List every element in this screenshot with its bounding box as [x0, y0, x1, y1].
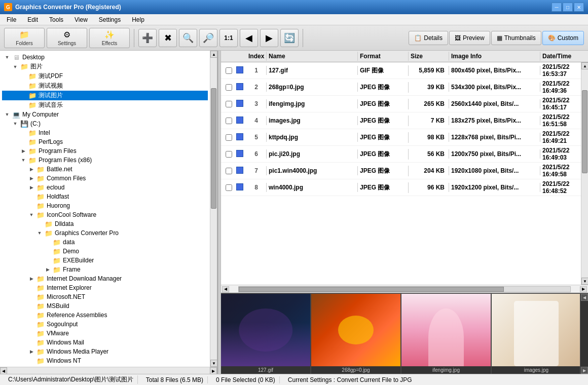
tree-expander[interactable]: ▼ — [11, 63, 19, 71]
tree-item[interactable]: ▶📁Battle.net — [2, 165, 208, 174]
tree-expander[interactable]: ▼ — [35, 229, 44, 237]
thumb-scroll-left[interactable]: ◀ — [581, 294, 588, 301]
tab-details[interactable]: 📋 Details — [409, 31, 448, 45]
table-row[interactable]: 1 127.gif GIF 图像 5,859 KB 800x450 pixel,… — [221, 62, 581, 79]
tree-item[interactable]: ▶📁Windows Media Player — [2, 347, 208, 356]
file-list[interactable]: 1 127.gif GIF 图像 5,859 KB 800x450 pixel,… — [221, 62, 581, 285]
tree-item[interactable]: 📁Dlldata — [2, 219, 208, 228]
table-row[interactable]: 3 ifengimg.jpg JPEG 图像 265 KB 2560x1440 … — [221, 96, 581, 112]
zoom-out-button[interactable]: 🔎 — [199, 29, 217, 47]
thumbnail-scrollbar[interactable]: ◀ ▶ — [580, 294, 588, 374]
row-checkbox-cell[interactable] — [221, 168, 236, 174]
tree-item[interactable]: ▶📁Common Files — [2, 174, 208, 183]
add-button[interactable]: ➕ — [138, 29, 157, 47]
refresh-button[interactable]: 🔄 — [280, 29, 299, 47]
row-checkbox-cell[interactable] — [221, 151, 236, 158]
tree-expander[interactable]: ▼ — [27, 211, 35, 219]
menu-tools[interactable]: Tools — [45, 15, 68, 25]
tree-expander[interactable]: ▼ — [3, 110, 11, 119]
tree-item[interactable]: ▼🖥Desktop — [2, 53, 208, 62]
row-checkbox[interactable] — [226, 184, 232, 191]
tree-item[interactable]: 📁Windows NT — [2, 356, 208, 365]
tree-item[interactable]: ▶📁ecloud — [2, 183, 208, 192]
tree-item[interactable]: ▼📁IconCool Software — [2, 210, 208, 219]
file-scroll-track[interactable] — [581, 69, 588, 278]
row-checkbox[interactable] — [226, 67, 232, 74]
tree-expander[interactable]: ▼ — [19, 156, 27, 164]
row-checkbox[interactable] — [226, 84, 232, 91]
row-checkbox-cell[interactable] — [221, 101, 236, 107]
tree-hscroll-track[interactable] — [7, 367, 210, 374]
tree-expander[interactable]: ▶ — [27, 348, 35, 356]
minimize-button[interactable]: ─ — [552, 3, 562, 12]
tree-expander[interactable]: ▶ — [27, 165, 35, 173]
row-checkbox-cell[interactable] — [221, 84, 236, 91]
zoom-in-button[interactable]: 🔍 — [179, 29, 197, 47]
row-checkbox-cell[interactable] — [221, 134, 236, 141]
tree-item[interactable]: 📁PerfLogs — [2, 137, 208, 146]
tree-scrollbar-horizontal[interactable]: ◀ ▶ — [0, 367, 217, 374]
row-checkbox-cell[interactable] — [221, 118, 236, 124]
menu-help[interactable]: Help — [127, 15, 149, 25]
table-row[interactable]: 2 268gp=0.jpg JPEG 图像 39 KB 534x300 pixe… — [221, 79, 581, 96]
row-checkbox[interactable] — [226, 151, 232, 158]
file-scroll-up[interactable]: ▲ — [581, 62, 588, 69]
tree-item[interactable]: 📁MSBuild — [2, 301, 208, 311]
row-checkbox[interactable] — [226, 134, 232, 141]
col-header-index[interactable]: Index — [246, 52, 267, 61]
hscroll-right-btn[interactable]: ▶ — [580, 286, 587, 292]
menu-file[interactable]: File — [2, 15, 21, 25]
tree-item[interactable]: 📁Demo — [2, 247, 208, 256]
tree-scroll-down[interactable]: ▼ — [210, 360, 217, 367]
col-header-size[interactable]: Size — [409, 52, 449, 61]
tree-hscroll-right[interactable]: ▶ — [210, 367, 217, 374]
tree-item[interactable]: 📁Huorong — [2, 201, 208, 210]
tree-item[interactable]: 📁Internet Explorer — [2, 283, 208, 292]
tree-item[interactable]: ▶📁Program Files — [2, 146, 208, 156]
actual-size-button[interactable]: 1:1 — [219, 29, 238, 47]
file-list-scrollbar[interactable]: ▲ ▼ — [581, 62, 588, 285]
tree-scroll-thumb[interactable] — [211, 88, 216, 209]
settings-button[interactable]: ⚙ Settings — [47, 28, 87, 48]
row-checkbox-cell[interactable] — [221, 67, 236, 74]
hscroll-thumb[interactable] — [239, 287, 504, 292]
tree-expander[interactable]: ▶ — [27, 275, 35, 283]
remove-button[interactable]: ✖ — [159, 29, 177, 47]
tree-item[interactable]: ▼📁Program Files (x86) — [2, 156, 208, 165]
thumbnail-item[interactable]: ifengimg.jpg — [401, 294, 492, 374]
tree-scroll-up[interactable]: ▲ — [210, 51, 217, 58]
tab-thumbnails[interactable]: ▦ Thumbnails — [491, 31, 541, 45]
tree-item[interactable]: 📁data — [2, 238, 208, 247]
thumbnail-item[interactable]: 268gp=0.jpg — [311, 294, 401, 374]
tree-expander[interactable]: ▼ — [3, 53, 11, 61]
tree-item[interactable]: 📁Reference Assemblies — [2, 311, 208, 320]
tree-item[interactable]: 📁测试音乐 — [2, 100, 208, 110]
menu-settings[interactable]: Settings — [94, 15, 125, 25]
tree-item[interactable]: 📁EXEBuilder — [2, 256, 208, 265]
table-row[interactable]: 5 kttpdq.jpg JPEG 图像 98 KB 1228x768 pixe… — [221, 129, 581, 146]
tree-item[interactable]: ▼💾(C:) — [2, 119, 208, 128]
tab-custom[interactable]: 🎨 Custom — [542, 31, 584, 45]
tree-expander[interactable]: ▶ — [27, 183, 35, 191]
table-row[interactable]: 7 pic1.win4000.jpg JPEG 图像 204 KB 1920x1… — [221, 163, 581, 179]
close-button[interactable]: ✕ — [574, 3, 584, 12]
tree-item[interactable]: 📁测试视频 — [2, 81, 208, 91]
tree-item[interactable]: ▼📁Graphics Converter Pro — [2, 228, 208, 238]
tree-item[interactable]: 📁测试PDF — [2, 71, 208, 81]
thumb-scroll-right[interactable]: ▶ — [581, 367, 588, 374]
tree-expander[interactable]: ▶ — [44, 265, 52, 274]
row-checkbox-cell[interactable] — [221, 184, 236, 191]
next-button[interactable]: ▶ — [260, 29, 278, 47]
tree-scrollbar-vertical[interactable]: ▲ ▼ — [210, 51, 217, 367]
table-row[interactable]: 8 win4000.jpg JPEG 图像 96 KB 1920x1200 pi… — [221, 179, 581, 196]
tree-item[interactable]: 📁Microsoft.NET — [2, 292, 208, 301]
row-checkbox[interactable] — [226, 168, 232, 174]
hscroll-left-btn[interactable]: ◀ — [222, 286, 229, 292]
hscroll-track[interactable] — [238, 286, 571, 292]
tab-preview[interactable]: 🖼 Preview — [449, 31, 490, 45]
tree-item[interactable]: 📁VMware — [2, 329, 208, 338]
effects-button[interactable]: ✨ Effects — [89, 28, 130, 48]
tree-item[interactable]: ▼📁图片 — [2, 62, 208, 71]
tree-item[interactable]: 📁Holdfast — [2, 192, 208, 201]
table-row[interactable]: 6 pic.ji20.jpg JPEG 图像 56 KB 1200x750 pi… — [221, 146, 581, 163]
